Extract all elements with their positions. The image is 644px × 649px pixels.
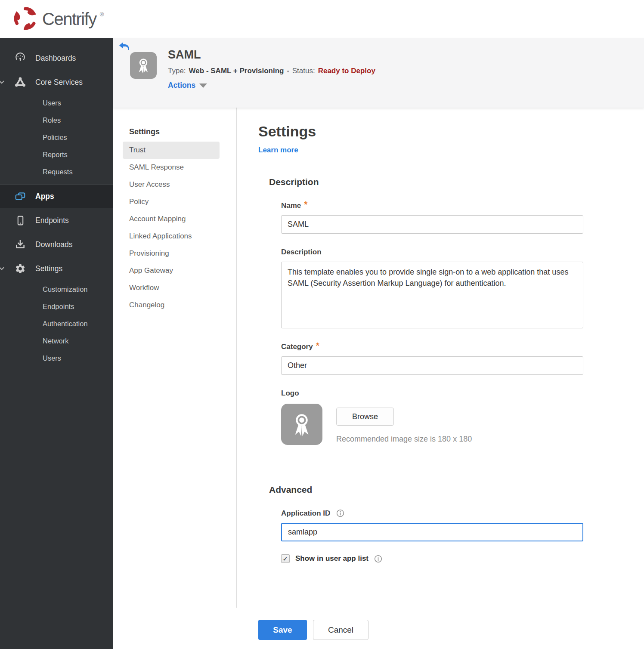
actions-dropdown[interactable]: Actions (168, 81, 375, 90)
sidebar-item-reports[interactable]: Reports (0, 146, 113, 163)
mobile-device-icon (15, 215, 26, 226)
sidebar-item-apps-active[interactable]: Apps (0, 184, 113, 208)
settings-sublist: Customization Endpoints Authentication N… (0, 281, 113, 367)
sidebar-item-roles[interactable]: Roles (0, 111, 113, 129)
required-marker: * (304, 201, 307, 207)
core-services-sublist: Users Roles Policies Reports Requests (0, 94, 113, 180)
sidebar-item-downloads[interactable]: Downloads (0, 232, 113, 257)
sidebar-item-label: Core Services (35, 78, 83, 87)
type-value: Web - SAML + Provisioning (189, 67, 284, 75)
sidebar-item-users[interactable]: Users (0, 94, 113, 111)
centrify-logo: Centrify ® (12, 5, 104, 33)
logo-label: Logo (281, 389, 299, 398)
application-id-label: Application ID (281, 509, 330, 518)
sidebar-item-policies[interactable]: Policies (0, 129, 113, 146)
ribbon-award-icon (288, 410, 316, 439)
sidebar-item-authentication[interactable]: Authentication (0, 315, 113, 332)
chevron-down-icon[interactable] (0, 78, 6, 86)
info-icon[interactable] (374, 555, 382, 563)
page-title: Settings (258, 123, 644, 140)
sidebar-item-settings[interactable]: Settings (0, 257, 113, 281)
required-marker: * (316, 343, 319, 349)
sidebar-item-label: Apps (35, 192, 54, 201)
apps-icon (15, 191, 26, 202)
subnav-item-account-mapping[interactable]: Account Mapping (123, 210, 220, 228)
application-id-input[interactable] (281, 523, 583, 541)
description-section-heading: Description (269, 177, 644, 187)
form-footer: Save Cancel (258, 620, 644, 640)
download-icon (15, 239, 26, 250)
core-services-icon (15, 77, 26, 88)
subnav-item-workflow[interactable]: Workflow (123, 279, 220, 297)
ribbon-award-icon (134, 56, 153, 75)
cancel-button[interactable]: Cancel (313, 620, 368, 640)
settings-subnav: Settings Trust SAML Response User Access… (113, 108, 237, 608)
gear-icon (15, 263, 26, 274)
subnav-item-user-access[interactable]: User Access (123, 176, 220, 193)
top-bar: Centrify ® (0, 0, 644, 38)
category-label: Category (281, 343, 313, 351)
learn-more-link[interactable]: Learn more (258, 146, 298, 155)
actions-label: Actions (168, 81, 195, 90)
sidebar: Dashboards Core Services Users Roles Pol… (0, 38, 113, 649)
show-in-user-app-list-checkbox[interactable]: ✓ (281, 554, 290, 563)
logo-size-hint: Recommended image size is 180 x 180 (336, 435, 472, 444)
app-title: SAML (168, 48, 375, 62)
subnav-item-trust[interactable]: Trust (123, 142, 220, 159)
sidebar-item-settings-endpoints[interactable]: Endpoints (0, 298, 113, 315)
subnav-item-changelog[interactable]: Changelog (123, 297, 220, 314)
name-label: Name (281, 201, 301, 210)
brand-name: Centrify (42, 5, 96, 33)
logo-preview (281, 404, 322, 445)
sidebar-item-settings-users[interactable]: Users (0, 349, 113, 367)
sidebar-item-requests[interactable]: Requests (0, 163, 113, 180)
sidebar-item-label: Downloads (35, 240, 73, 249)
subnav-item-linked-applications[interactable]: Linked Applications (123, 228, 220, 245)
subnav-item-provisioning[interactable]: Provisioning (123, 245, 220, 262)
settings-panel: Settings Learn more Description Name * D… (237, 108, 644, 608)
centrify-swirl-icon (12, 5, 39, 32)
sidebar-item-core-services[interactable]: Core Services (0, 72, 113, 92)
sidebar-item-label: Settings (35, 264, 62, 273)
description-textarea[interactable]: This template enables you to provide sin… (281, 262, 583, 328)
meta-separator: • (287, 68, 289, 75)
subnav-item-policy[interactable]: Policy (123, 193, 220, 210)
gauge-icon (15, 53, 26, 64)
back-arrow-icon[interactable] (119, 42, 129, 51)
category-input[interactable] (281, 356, 583, 375)
subnav-heading: Settings (129, 127, 220, 136)
type-label: Type: (168, 67, 186, 75)
sidebar-item-network[interactable]: Network (0, 332, 113, 349)
status-label: Status: (292, 67, 315, 75)
app-meta-row: Type: Web - SAML + Provisioning • Status… (168, 67, 375, 75)
sidebar-item-label: Endpoints (35, 216, 69, 225)
show-in-user-app-list-label: Show in user app list (295, 554, 368, 563)
chevron-down-icon[interactable] (0, 265, 6, 272)
name-input[interactable] (281, 215, 583, 234)
description-label: Description (281, 248, 322, 257)
info-icon[interactable] (336, 509, 344, 517)
browse-button[interactable]: Browse (336, 408, 394, 426)
subnav-item-saml-response[interactable]: SAML Response (123, 159, 220, 176)
status-value: Ready to Deploy (318, 67, 375, 75)
brand-registered-mark: ® (100, 11, 104, 18)
sidebar-item-endpoints[interactable]: Endpoints (0, 208, 113, 232)
save-button[interactable]: Save (258, 620, 307, 640)
app-header: SAML Type: Web - SAML + Provisioning • S… (113, 38, 644, 108)
advanced-section-heading: Advanced (269, 485, 644, 495)
subnav-item-app-gateway[interactable]: App Gateway (123, 262, 220, 279)
sidebar-item-label: Dashboards (35, 54, 76, 63)
sidebar-item-customization[interactable]: Customization (0, 281, 113, 298)
sidebar-item-dashboards[interactable]: Dashboards (0, 48, 113, 68)
app-logo-badge (130, 52, 157, 79)
caret-down-icon (199, 83, 207, 88)
